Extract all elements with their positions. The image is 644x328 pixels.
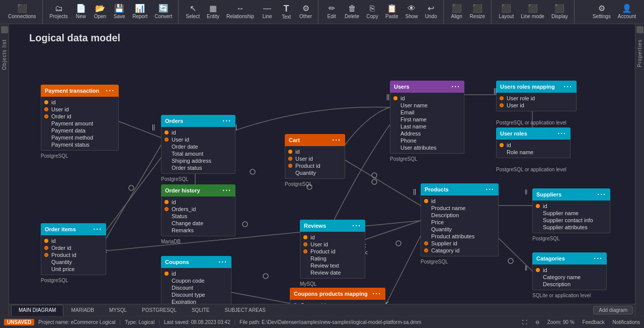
new-button[interactable]: 📄 New (72, 2, 90, 22)
type-status: Type: Logical (125, 319, 154, 325)
entity-suppliers[interactable]: Suppliers ··· id Supplier name Supplier … (532, 188, 610, 233)
entity-menu-reviews[interactable]: ··· (352, 222, 361, 230)
left-sidebar-toggle[interactable] (1, 26, 8, 33)
display-button[interactable]: ⬛ Display (548, 2, 571, 22)
settings-button[interactable]: ⚙ Settings (590, 2, 614, 22)
tab-main-diagram[interactable]: MAIN DIAGRAM (11, 305, 63, 316)
account-button[interactable]: 👤 Project name: eCommerce Logical Accoun… (615, 2, 639, 22)
entity-header-users[interactable]: Users ··· (390, 81, 464, 93)
entity-payment-transaction[interactable]: Payment transaction ··· id User id Order… (41, 85, 119, 151)
relationship-button[interactable]: ↔ Relationship (223, 2, 257, 22)
entity-menu-ur[interactable]: ··· (557, 129, 567, 138)
entity-header-cpm[interactable]: Coupons products mapping ··· (290, 288, 385, 300)
fullscreen-icon[interactable]: ⛶ (522, 319, 527, 325)
entity-header-products[interactable]: Products ··· (421, 183, 499, 195)
projects-button[interactable]: 🗂 Projects (47, 2, 71, 22)
svg-line-8 (496, 236, 532, 271)
entity-menu-suppliers[interactable]: ··· (597, 190, 606, 199)
connections-label: Connections (8, 14, 36, 19)
text-button[interactable]: T Text (277, 2, 295, 22)
align-button[interactable]: ⬛ Align (448, 2, 466, 22)
entity-coupons[interactable]: Coupons ··· id Coupon code Discount Disc… (161, 256, 231, 304)
tab-mysql[interactable]: MYSQL (102, 305, 134, 316)
entity-users-roles-mapping[interactable]: Users roles mapping ··· User role id Use… (496, 81, 577, 111)
entity-header-coupons[interactable]: Coupons ··· (161, 256, 231, 268)
entity-header-cart[interactable]: Cart ··· (285, 134, 345, 146)
entity-header-order-items[interactable]: Order items ··· (41, 223, 106, 235)
entity-reviews[interactable]: Reviews ··· id User id Product id Rating… (300, 220, 365, 279)
delete-label: Delete (345, 14, 359, 19)
entity-name-coupons: Coupons (165, 259, 189, 265)
other-button[interactable]: ⚙ Other (296, 2, 315, 22)
zoom-minus-button[interactable]: ⊖ (535, 319, 539, 325)
entity-menu-orders[interactable]: ··· (222, 117, 231, 125)
entity-name-ur: User roles (500, 130, 527, 137)
display-label: Display (551, 14, 568, 19)
entity-header-reviews[interactable]: Reviews ··· (300, 220, 365, 232)
entity-header-catagories[interactable]: Catagories ··· (532, 252, 607, 265)
entity-menu-catagories[interactable]: ··· (594, 254, 603, 263)
left-sidebar-label[interactable]: Objects list (2, 39, 7, 70)
entity-menu-payment-transaction[interactable]: ··· (106, 87, 115, 95)
entity-menu-users[interactable]: ··· (451, 83, 460, 91)
entity-header-suppliers[interactable]: Suppliers ··· (532, 188, 610, 201)
notifications-button[interactable]: Notifications (613, 319, 640, 325)
tab-subject-areas[interactable]: SUBJECT AREAS (217, 305, 274, 316)
entity-catagories[interactable]: Catagories ··· id Category name Descript… (532, 252, 607, 290)
entity-user-roles[interactable]: User roles ··· id Role name PostgreSQL o… (496, 127, 571, 158)
open-button[interactable]: 📂 Open (91, 2, 109, 22)
field-coup-type: Discount type (162, 291, 231, 298)
field-oi-price: Unit price (41, 266, 106, 273)
delete-button[interactable]: 🗑 Delete (342, 2, 362, 22)
entity-orders[interactable]: Orders ··· id User id Order date Total a… (161, 115, 235, 174)
open-label: Open (94, 14, 106, 19)
show-label: Show (406, 14, 418, 19)
entity-menu-cpm[interactable]: ··· (372, 290, 381, 298)
entity-menu-urm[interactable]: ··· (564, 83, 573, 91)
right-sidebar-label[interactable]: Properties (637, 39, 642, 68)
connections-button[interactable]: ⬛ Connections (5, 2, 39, 22)
copy-button[interactable]: ⎘ Copy (363, 2, 381, 22)
field-c-productid: Product id (285, 162, 345, 169)
paste-button[interactable]: 📋 Paste (382, 2, 401, 22)
tab-mariadb[interactable]: MARIADB (63, 305, 102, 316)
entity-menu-order-items[interactable]: ··· (93, 225, 102, 233)
resize-button[interactable]: ⬛ Resize (467, 2, 489, 22)
entity-menu-products[interactable]: ··· (486, 185, 495, 193)
entity-menu-order-history[interactable]: ··· (222, 186, 231, 194)
edit-button[interactable]: ✏ Edit (323, 2, 341, 22)
field-o-userid: User id (162, 136, 235, 143)
entity-products[interactable]: Products ··· id Product name Description… (421, 183, 499, 256)
entity-order-items[interactable]: Order items ··· id Order id Product id Q… (41, 223, 106, 275)
right-sidebar-toggle[interactable] (636, 26, 643, 33)
entity-coupons-products-mapping[interactable]: Coupons products mapping ··· Coupon id P… (290, 288, 385, 304)
entity-label-pt: PostgreSQL (41, 153, 68, 159)
entity-header-order-history[interactable]: Order history ··· (161, 184, 235, 196)
layout-button[interactable]: ⬛ Layout (496, 2, 517, 22)
diagram-title: Logical data model (29, 32, 120, 44)
entity-header-payment-transaction[interactable]: Payment transaction ··· (41, 85, 119, 97)
save-button[interactable]: 💾 Save (110, 2, 128, 22)
entity-order-history[interactable]: Order history ··· id Orders_id Status Ch… (161, 184, 235, 236)
line-mode-button[interactable]: ⬛ Line mode (518, 2, 547, 22)
entity-menu-cart[interactable]: ··· (332, 136, 341, 144)
add-diagram-button[interactable]: Add diagram (593, 306, 633, 314)
select-button[interactable]: ↖ Select (183, 2, 203, 22)
show-button[interactable]: 👁 Show (403, 2, 421, 22)
tab-sqlite[interactable]: SQLITE (184, 305, 217, 316)
entity-name-order-items: Order items (45, 226, 76, 232)
entity-cart[interactable]: Cart ··· id User id Product id Quantity … (285, 134, 345, 179)
report-button[interactable]: 📊 Report (129, 2, 150, 22)
entity-menu-coupons[interactable]: ··· (218, 258, 227, 266)
field-ur-rolename: Role name (497, 149, 570, 156)
tab-postgresql[interactable]: POSTGRESQL (134, 305, 184, 316)
entity-header-urm[interactable]: Users roles mapping ··· (496, 81, 577, 93)
entity-header-ur[interactable]: User roles ··· (496, 127, 571, 140)
entity-users[interactable]: Users ··· id User name Email First name … (390, 81, 464, 154)
line-button[interactable]: — Line (258, 2, 276, 22)
entity-header-orders[interactable]: Orders ··· (161, 115, 235, 127)
undo-button[interactable]: ↩ Undo (422, 2, 440, 22)
feedback-button[interactable]: Feedback (583, 319, 605, 325)
entity-button[interactable]: ▦ Entity (204, 2, 222, 22)
convert-button[interactable]: 🔄 Convert (151, 2, 175, 22)
